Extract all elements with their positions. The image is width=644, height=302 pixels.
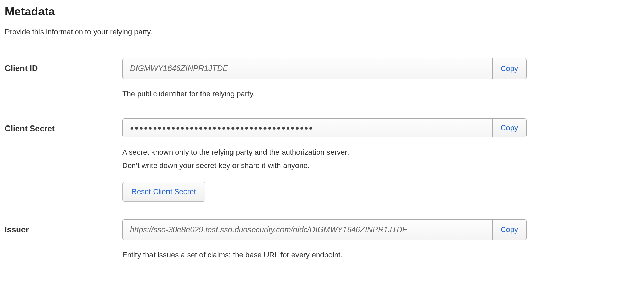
client-id-input-group: Copy	[122, 58, 527, 79]
client-id-copy-button[interactable]: Copy	[492, 58, 526, 79]
issuer-input-group: Copy	[122, 219, 527, 240]
client-secret-label: Client Secret	[5, 118, 122, 133]
client-secret-helper-2: Don't write down your secret key or shar…	[122, 159, 527, 172]
client-secret-helper-1: A secret known only to the relying party…	[122, 146, 527, 159]
client-id-label: Client ID	[5, 58, 122, 73]
issuer-input[interactable]	[123, 220, 492, 240]
field-issuer: Issuer Copy Entity that issues a set of …	[5, 219, 639, 262]
client-secret-input[interactable]	[123, 119, 492, 137]
client-id-input[interactable]	[123, 58, 492, 79]
client-secret-copy-button[interactable]: Copy	[492, 119, 526, 137]
client-id-helper: The public identifier for the relying pa…	[122, 87, 527, 101]
issuer-copy-button[interactable]: Copy	[492, 220, 526, 240]
issuer-label: Issuer	[5, 219, 122, 234]
issuer-helper: Entity that issues a set of claims; the …	[122, 248, 527, 262]
page-heading: Metadata	[5, 5, 639, 18]
page-subtitle: Provide this information to your relying…	[5, 28, 639, 36]
field-client-id: Client ID Copy The public identifier for…	[5, 58, 639, 101]
reset-client-secret-button[interactable]: Reset Client Secret	[122, 182, 205, 202]
client-secret-input-group: Copy	[122, 118, 527, 137]
field-client-secret: Client Secret Copy A secret known only t…	[5, 118, 639, 202]
